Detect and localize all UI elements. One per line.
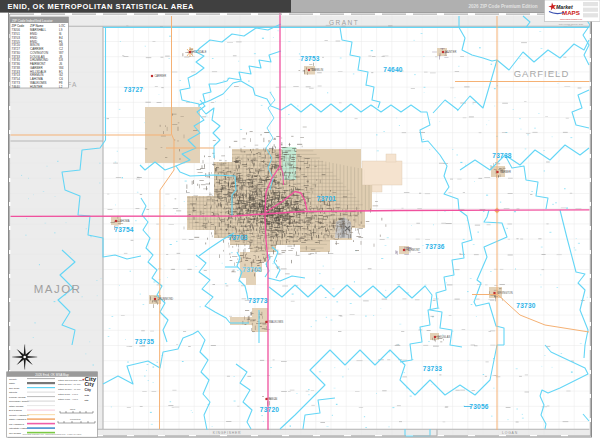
svg-text:MAPS: MAPS	[562, 9, 580, 16]
svg-text:US Highways: US Highways	[9, 423, 25, 426]
svg-text:LOGAN: LOGAN	[502, 431, 518, 435]
svg-text:2026 ZIP Code Premium Edition: 2026 ZIP Code Premium Edition	[468, 4, 537, 9]
svg-text:HUNTER: HUNTER	[30, 85, 43, 89]
svg-text:73727: 73727	[124, 86, 143, 93]
svg-text:73733: 73733	[423, 365, 442, 372]
svg-text:WAUKOMIS: WAUKOMIS	[269, 320, 284, 324]
svg-text:GARFIELD: GARFIELD	[514, 68, 570, 79]
svg-text:Copyright MarketMAPS - www.mar: Copyright MarketMAPS - www.marketmaps.co…	[23, 433, 83, 435]
svg-text:73753: 73753	[300, 55, 319, 62]
svg-text:City: City	[85, 388, 92, 392]
svg-text:CARRIER: CARRIER	[155, 74, 167, 78]
svg-text:73738: 73738	[492, 152, 511, 159]
svg-text:DRUMMOND: DRUMMOND	[158, 297, 174, 301]
svg-text:BISON: BISON	[269, 397, 277, 401]
svg-text:73705: 73705	[242, 266, 261, 273]
svg-text:73056: 73056	[469, 403, 488, 410]
svg-text:GRANT: GRANT	[329, 19, 359, 26]
svg-text:73730: 73730	[516, 302, 535, 309]
svg-text:74640: 74640	[12, 85, 21, 89]
svg-text:HILLSDALE: HILLSDALE	[193, 50, 207, 54]
svg-text:Miles: Miles	[70, 408, 76, 410]
svg-text:Streets: Streets	[9, 391, 18, 394]
svg-text:Exit Ramps: Exit Ramps	[9, 409, 23, 412]
svg-text:Primary Roads: Primary Roads	[9, 396, 26, 399]
svg-text:Secondary Roads: Secondary Roads	[9, 400, 30, 403]
svg-text:State Highways: State Highways	[9, 418, 27, 421]
svg-text:74640: 74640	[383, 66, 402, 73]
svg-text:73701: 73701	[317, 195, 336, 202]
svg-text:Kilometers: Kilometers	[70, 418, 81, 420]
svg-text:ZIP Code: ZIP Code	[9, 387, 20, 390]
svg-text:73736: 73736	[425, 243, 444, 250]
svg-text:Toll Roads: Toll Roads	[9, 432, 21, 435]
svg-text:GARBER: GARBER	[500, 170, 511, 174]
svg-text:MAJOR: MAJOR	[34, 283, 82, 295]
svg-text:DOUGLAS: DOUGLAS	[438, 335, 451, 339]
svg-text:FAIRMONT: FAIRMONT	[407, 248, 421, 252]
svg-text:73720: 73720	[260, 406, 279, 413]
svg-text:COVINGTON: COVINGTON	[497, 291, 513, 295]
svg-text:City: City	[85, 381, 95, 387]
svg-text:ZIP Code Index/Grid Locator: ZIP Code Index/Grid Locator	[12, 19, 53, 23]
svg-text:County: County	[9, 378, 18, 381]
svg-text:City: City	[85, 394, 90, 397]
svg-text:KREMLIN: KREMLIN	[312, 68, 324, 72]
svg-text:73773: 73773	[248, 297, 267, 304]
svg-text:ENID, OK METROPOLITAN STATISTI: ENID, OK METROPOLITAN STATISTICAL AREA	[8, 2, 195, 11]
svg-text:HUNTER: HUNTER	[446, 50, 457, 54]
svg-text:73754: 73754	[114, 226, 133, 233]
svg-text:L2: L2	[59, 85, 63, 89]
svg-text:KINGFISHER: KINGFISHER	[213, 431, 242, 435]
svg-text:State: State	[9, 382, 15, 385]
svg-text:73735: 73735	[135, 338, 154, 345]
svg-text:County Highways: County Highways	[9, 414, 29, 417]
svg-text:Date Printed: January 2026: Date Printed: January 2026	[559, 23, 584, 25]
svg-text:LAHOMA: LAHOMA	[119, 219, 130, 223]
svg-text:Other Roads: Other Roads	[9, 405, 24, 408]
svg-text:www.marketmaps.com: www.marketmaps.com	[560, 18, 582, 20]
svg-text:73703: 73703	[228, 234, 247, 241]
svg-text:2026 Enid, OK MSA Map: 2026 Enid, OK MSA Map	[35, 373, 69, 377]
